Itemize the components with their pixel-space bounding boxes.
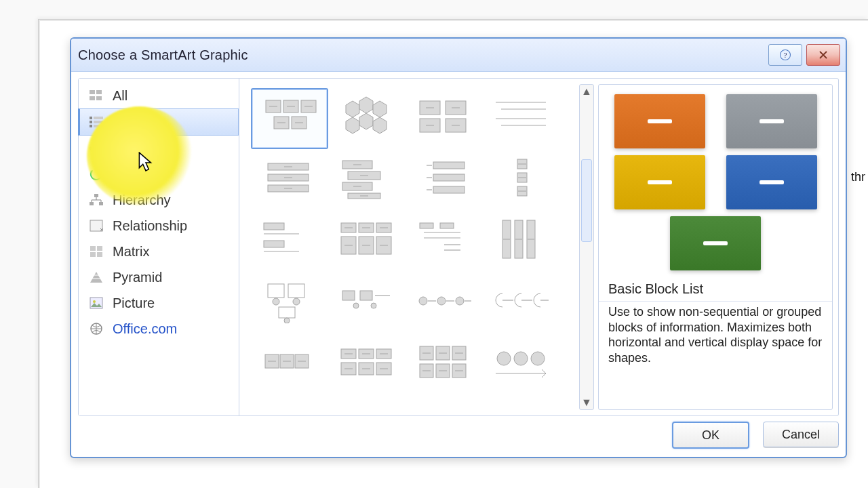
svg-rect-149 bbox=[439, 352, 447, 354]
layout-chevron-list[interactable] bbox=[251, 332, 327, 392]
cancel-button[interactable]: Cancel bbox=[763, 422, 839, 447]
close-button[interactable] bbox=[806, 44, 840, 66]
all-icon bbox=[88, 88, 104, 103]
preview-swatch-5 bbox=[670, 216, 761, 270]
pyramid-icon bbox=[88, 270, 104, 285]
layout-picture-accent-list[interactable] bbox=[251, 271, 327, 331]
category-list[interactable]: List bbox=[78, 108, 239, 136]
globe-icon bbox=[88, 321, 104, 336]
scroll-thumb[interactable] bbox=[581, 159, 592, 242]
layout-accent-process[interactable] bbox=[406, 271, 481, 331]
category-picture[interactable]: Picture bbox=[79, 290, 239, 316]
svg-rect-3 bbox=[96, 90, 102, 94]
category-relationship[interactable]: Relationship bbox=[79, 213, 239, 239]
category-label: Matrix bbox=[113, 244, 149, 260]
category-cycle[interactable]: Cycle bbox=[79, 161, 239, 187]
layout-picture-caption-list[interactable] bbox=[406, 88, 481, 148]
layout-vertical-block-list[interactable] bbox=[483, 149, 559, 209]
layout-bending-picture-list[interactable] bbox=[328, 271, 404, 331]
layout-horizontal-bullet-list[interactable] bbox=[483, 393, 559, 410]
layout-stacked-bars[interactable] bbox=[251, 149, 327, 209]
svg-rect-16 bbox=[90, 202, 94, 205]
svg-rect-155 bbox=[439, 370, 447, 371]
dialog-footer: OK Cancel bbox=[78, 422, 839, 450]
svg-rect-91 bbox=[344, 245, 353, 246]
scroll-track[interactable] bbox=[580, 98, 593, 396]
svg-rect-107 bbox=[527, 239, 535, 240]
layout-continuous-picture-list[interactable] bbox=[251, 393, 327, 410]
process-icon bbox=[88, 141, 104, 156]
scroll-up-icon[interactable]: ▲ bbox=[580, 85, 593, 98]
svg-rect-79 bbox=[518, 190, 526, 192]
cycle-icon bbox=[88, 167, 104, 182]
category-office-com[interactable]: Office.com bbox=[79, 316, 239, 342]
layout-circle-accent-timeline[interactable] bbox=[483, 271, 559, 331]
svg-rect-15 bbox=[94, 194, 98, 197]
layout-tab-list[interactable] bbox=[251, 210, 327, 270]
svg-rect-93 bbox=[362, 245, 370, 246]
preview-swatch-2 bbox=[726, 94, 817, 148]
svg-rect-75 bbox=[518, 163, 526, 165]
svg-rect-6 bbox=[90, 117, 92, 119]
category-matrix[interactable]: Matrix bbox=[79, 239, 239, 264]
svg-rect-31 bbox=[304, 106, 313, 107]
layout-alternating-hexagons[interactable] bbox=[328, 88, 404, 148]
svg-rect-133 bbox=[298, 361, 306, 362]
layout-vertical-bullet-list[interactable] bbox=[406, 149, 481, 209]
titlebar: Choose a SmartArt Graphic ? bbox=[71, 39, 846, 72]
svg-rect-95 bbox=[380, 245, 388, 246]
category-pyramid[interactable]: Pyramid bbox=[79, 264, 239, 290]
layout-vertical-picture-list[interactable] bbox=[328, 393, 404, 410]
ok-button[interactable]: OK bbox=[672, 422, 749, 449]
svg-text:?: ? bbox=[784, 52, 787, 59]
svg-rect-43 bbox=[426, 107, 434, 108]
layout-vertical-picture-accent[interactable] bbox=[406, 393, 481, 410]
svg-rect-47 bbox=[426, 125, 434, 126]
svg-point-113 bbox=[284, 318, 290, 323]
svg-rect-72 bbox=[433, 186, 465, 193]
layout-hierarchy-list[interactable] bbox=[406, 210, 481, 270]
layout-grouped-list[interactable] bbox=[328, 332, 404, 392]
svg-point-159 bbox=[514, 352, 528, 365]
svg-rect-7 bbox=[94, 117, 103, 119]
layout-horizontal-picture-list[interactable] bbox=[483, 332, 559, 392]
category-process[interactable]: Process bbox=[79, 136, 239, 161]
svg-point-110 bbox=[273, 298, 279, 305]
svg-rect-115 bbox=[360, 291, 372, 300]
layout-basic-block-list[interactable] bbox=[251, 88, 328, 149]
category-label: Picture bbox=[113, 296, 155, 311]
svg-rect-22 bbox=[97, 252, 102, 257]
svg-rect-45 bbox=[452, 107, 460, 108]
layout-lined-list[interactable] bbox=[483, 88, 559, 148]
layout-grid-list[interactable] bbox=[406, 332, 481, 392]
svg-marker-40 bbox=[346, 117, 359, 134]
scroll-down-icon[interactable]: ▼ bbox=[580, 396, 593, 409]
layout-vertical-box-list[interactable] bbox=[328, 149, 404, 209]
category-label: Office.com bbox=[113, 321, 177, 337]
help-button[interactable]: ? bbox=[768, 44, 802, 66]
svg-rect-109 bbox=[288, 284, 304, 298]
list-icon bbox=[88, 115, 104, 129]
svg-rect-70 bbox=[433, 174, 465, 181]
category-list: AllListProcessCycleHierarchyRelationship… bbox=[79, 79, 239, 415]
category-all[interactable]: All bbox=[79, 83, 239, 108]
preview-name: Basic Block List bbox=[599, 277, 832, 300]
gallery-scrollbar[interactable]: ▲ ▼ bbox=[579, 84, 594, 410]
category-label: All bbox=[113, 88, 127, 104]
svg-rect-87 bbox=[362, 227, 370, 228]
svg-rect-65 bbox=[353, 186, 361, 187]
category-label: Cycle bbox=[113, 167, 146, 182]
layout-table-list[interactable] bbox=[328, 210, 404, 270]
category-hierarchy[interactable]: Hierarchy bbox=[79, 187, 239, 213]
category-label: Pyramid bbox=[113, 270, 162, 285]
svg-rect-10 bbox=[90, 125, 92, 127]
preview-description: Use to show non-sequential or grouped bl… bbox=[599, 301, 832, 372]
svg-rect-97 bbox=[440, 223, 454, 228]
svg-point-116 bbox=[353, 303, 359, 308]
svg-marker-39 bbox=[373, 101, 387, 117]
svg-rect-137 bbox=[362, 353, 370, 354]
preview-pane: Basic Block List Use to show non-sequent… bbox=[598, 84, 833, 410]
layout-vertical-accent-list[interactable] bbox=[483, 210, 559, 270]
svg-rect-77 bbox=[518, 177, 526, 178]
svg-rect-17 bbox=[99, 202, 103, 205]
